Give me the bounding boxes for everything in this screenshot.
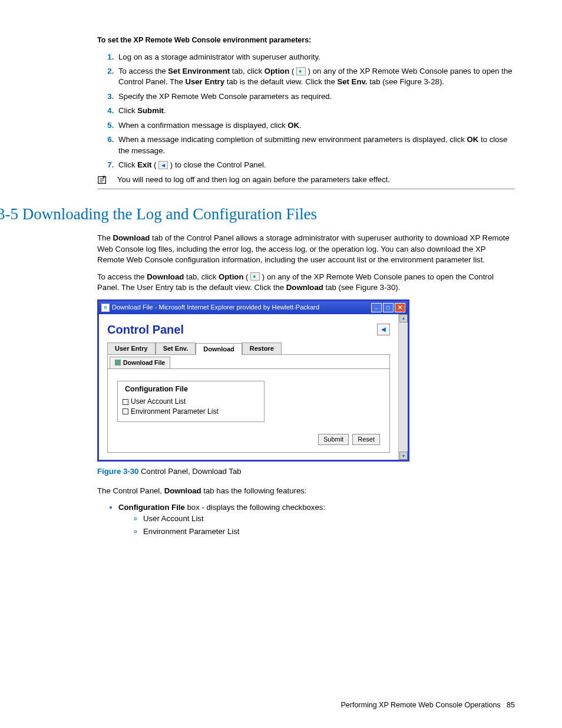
step-7: Click Exit ( ) to close the Control Pane… [116,160,515,170]
configuration-file-box: Configuration File User Account List Env… [117,381,265,422]
checkbox-user-account-list[interactable]: User Account List [123,397,259,407]
intro-heading: To set the XP Remote Web Console environ… [97,35,515,46]
option-icon [296,67,306,75]
note-text: You will need to log off and then log on… [117,174,390,185]
checkbox-env-param-list[interactable]: Environment Parameter List [123,407,259,417]
step-5: When a confirmation message is displayed… [116,120,515,131]
note-row: You will need to log off and then log on… [97,174,515,189]
minimize-button[interactable] [371,303,382,312]
submit-button[interactable]: Submit [318,434,349,445]
paragraph-2: To access the Download tab, click Option… [97,272,515,294]
tab-restore[interactable]: Restore [242,342,282,354]
sub-bullet-user-account: User Account List [143,513,515,524]
exit-icon [158,161,168,169]
sub-bullet-env-param: Environment Parameter List [143,526,515,537]
scrollbar[interactable]: ▴ ▾ [398,314,408,460]
tab-download[interactable]: Download [196,343,242,355]
subtab-icon [115,360,121,365]
paragraph-3: The Control Panel, Download tab has the … [97,486,515,496]
step-2: To access the Set Environment tab, click… [116,66,515,88]
step-6: When a message indicating completion of … [116,134,515,156]
scroll-up-icon[interactable]: ▴ [399,314,408,322]
checkbox-icon [123,409,128,414]
bullet-config-file: Configuration File box - displays the fo… [118,502,515,537]
subtab-download-file[interactable]: Download File [110,357,170,368]
ie-icon: e [101,304,110,312]
maximize-button[interactable] [383,303,394,312]
step-4: Click Submit. [116,106,515,116]
panel-title: Control Panel [107,321,184,338]
tab-bar: User Entry Set Env. Download Restore [107,342,390,354]
cfg-legend: Configuration File [123,384,190,395]
close-button[interactable] [395,303,405,312]
screenshot-window: e Download File - Microsoft Internet Exp… [97,299,409,462]
option-icon [250,272,260,281]
step-text: Log on as a storage administrator with s… [118,52,320,61]
scroll-down-icon[interactable]: ▾ [399,452,408,460]
step-3: Specify the XP Remote Web Console parame… [116,91,515,102]
step-1: Log on as a storage administrator with s… [116,52,515,62]
checkbox-icon [123,399,128,405]
figure-caption: Figure 3-30 Control Panel, Download Tab [97,466,515,477]
page-footer: Performing XP Remote Web Console Operati… [340,700,515,711]
tab-set-env[interactable]: Set Env. [156,342,196,354]
reset-button[interactable]: Reset [352,434,380,445]
steps-list: Log on as a storage administrator with s… [97,52,515,171]
window-titlebar: e Download File - Microsoft Internet Exp… [99,301,408,314]
note-icon [97,174,108,185]
exit-button[interactable]: ◀ [377,324,390,335]
tab-user-entry[interactable]: User Entry [107,342,156,354]
section-heading: 3-5 Downloading the Log and Configuratio… [0,203,515,226]
paragraph-1: The Download tab of the Control Panel al… [97,233,515,265]
feature-bullets: Configuration File box - displays the fo… [97,502,515,537]
window-title: Download File - Microsoft Internet Explo… [112,303,371,312]
